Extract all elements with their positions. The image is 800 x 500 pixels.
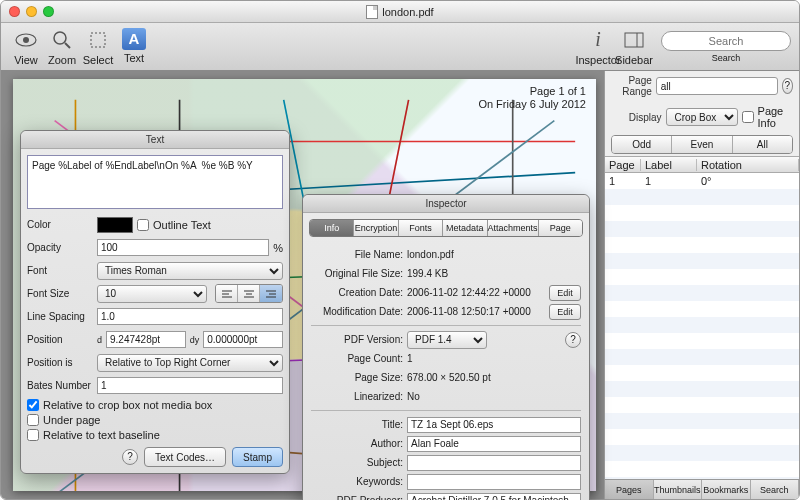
linespacing-input[interactable] (97, 308, 283, 325)
text-panel-title: Text (21, 131, 289, 149)
cropbox-checkbox[interactable]: Relative to crop box not media box (27, 399, 283, 411)
help-icon[interactable]: ? (565, 332, 581, 348)
position-dy-input[interactable] (203, 331, 283, 348)
tab-info[interactable]: Info (310, 220, 354, 236)
display-label: Display (611, 112, 662, 123)
sidebar: Page Range ? Display Crop Box Page Info … (604, 71, 799, 499)
eye-icon (13, 28, 39, 52)
even-button[interactable]: Even (672, 136, 732, 153)
svg-line-3 (65, 43, 70, 48)
tab-encryption[interactable]: Encryption (354, 220, 398, 236)
fontsize-select[interactable]: 10 (97, 285, 207, 303)
toolbar: View Zoom Select A Text i Inspector (1, 23, 799, 71)
inspector-panel: Inspector Info Encryption Fonts Metadata… (302, 194, 590, 500)
tab-page[interactable]: Page (539, 220, 582, 236)
magnifier-icon (49, 28, 75, 52)
stamp-text-input[interactable]: Page %Label of %EndLabel\nOn %A %e %B %Y (27, 155, 283, 209)
info-icon: i (585, 28, 611, 52)
text-button[interactable]: A Text (117, 28, 151, 66)
inspector-title: Inspector (303, 195, 589, 213)
pagerange-input[interactable] (656, 77, 778, 95)
tab-attachments[interactable]: Attachments (488, 220, 539, 236)
inspector-created: 2006-11-02 12:44:22 +0000 (407, 287, 545, 298)
inspector-filesize: 199.4 KB (407, 268, 581, 279)
inspector-modified: 2006-11-08 12:50:17 +0000 (407, 306, 545, 317)
inspector-linearized: No (407, 391, 581, 402)
pages-table-header: Page Label Rotation (605, 156, 799, 173)
odd-button[interactable]: Odd (612, 136, 672, 153)
help-icon[interactable]: ? (782, 78, 793, 94)
sidebar-button[interactable]: Sidebar (617, 28, 651, 66)
pdf-file-icon (366, 5, 378, 19)
search-label: Search (712, 53, 741, 63)
stamp-button[interactable]: Stamp (232, 447, 283, 467)
edit-created-button[interactable]: Edit (549, 285, 581, 301)
author-input[interactable] (407, 436, 581, 452)
svg-rect-4 (91, 33, 105, 47)
outline-checkbox[interactable]: Outline Text (137, 219, 211, 231)
tab-metadata[interactable]: Metadata (443, 220, 487, 236)
bates-input[interactable] (97, 377, 283, 394)
underpage-checkbox[interactable]: Under page (27, 414, 283, 426)
tab-bookmarks[interactable]: Bookmarks (702, 480, 751, 499)
color-swatch[interactable] (97, 217, 133, 233)
textcodes-button[interactable]: Text Codes… (144, 447, 226, 467)
tab-thumbnails[interactable]: Thumbnails (654, 480, 703, 499)
opacity-input[interactable] (97, 239, 269, 256)
select-icon (85, 28, 111, 52)
svg-point-1 (23, 37, 29, 43)
inspector-tabs: Info Encryption Fonts Metadata Attachmen… (309, 219, 583, 237)
position-anchor-select[interactable]: Relative to Top Right Corner (97, 354, 283, 372)
table-row[interactable]: 1 1 0° (605, 173, 799, 189)
text-stamp-panel: Text Page %Label of %EndLabel\nOn %A %e … (20, 130, 290, 474)
inspector-pagesize: 678.00 × 520.50 pt (407, 372, 581, 383)
pagerange-label: Page Range (611, 75, 652, 97)
inspector-button[interactable]: i Inspector (581, 28, 615, 66)
title-input[interactable] (407, 417, 581, 433)
tab-pages[interactable]: Pages (605, 480, 654, 499)
align-right-icon[interactable] (260, 285, 282, 302)
all-button[interactable]: All (733, 136, 792, 153)
text-icon: A (122, 28, 146, 50)
edit-modified-button[interactable]: Edit (549, 304, 581, 320)
tab-search[interactable]: Search (751, 480, 800, 499)
pdfversion-select[interactable]: PDF 1.4 (407, 331, 487, 349)
inspector-filename: london.pdf (407, 249, 581, 260)
producer-input[interactable] (407, 493, 581, 501)
pageinfo-checkbox[interactable]: Page Info (742, 105, 793, 129)
view-button[interactable]: View (9, 28, 43, 66)
align-center-icon[interactable] (238, 285, 260, 302)
align-segmented[interactable] (215, 284, 283, 303)
parity-segmented[interactable]: Odd Even All (611, 135, 793, 154)
select-button[interactable]: Select (81, 28, 115, 66)
help-icon[interactable]: ? (122, 449, 138, 465)
pages-list[interactable]: 1 1 0° (605, 173, 799, 479)
titlebar: london.pdf (1, 1, 799, 23)
page-annotation: Page 1 of 1 On Friday 6 July 2012 (478, 85, 586, 111)
svg-point-2 (54, 32, 66, 44)
subject-input[interactable] (407, 455, 581, 471)
inspector-pagecount: 1 (407, 353, 581, 364)
zoom-button[interactable]: Zoom (45, 28, 79, 66)
font-select[interactable]: Times Roman (97, 262, 283, 280)
tab-fonts[interactable]: Fonts (399, 220, 443, 236)
keywords-input[interactable] (407, 474, 581, 490)
sidebar-icon (621, 28, 647, 52)
window-title-text: london.pdf (382, 6, 433, 18)
window-title: london.pdf (1, 5, 799, 19)
position-dx-input[interactable] (106, 331, 186, 348)
svg-rect-5 (625, 33, 643, 47)
sidebar-tabs: Pages Thumbnails Bookmarks Search (605, 479, 799, 499)
display-select[interactable]: Crop Box (666, 108, 738, 126)
search-input[interactable] (661, 31, 791, 51)
align-left-icon[interactable] (216, 285, 238, 302)
baseline-checkbox[interactable]: Relative to text baseline (27, 429, 283, 441)
